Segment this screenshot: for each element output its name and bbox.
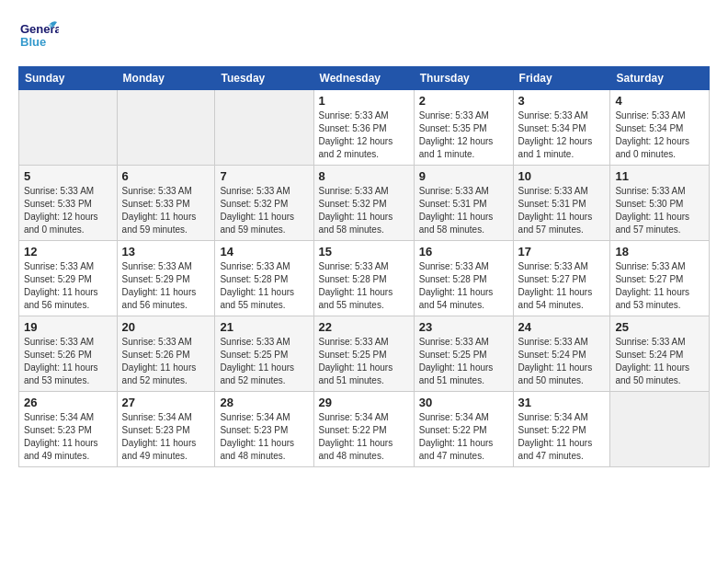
day-number: 14: [220, 245, 308, 259]
day-number: 7: [220, 169, 308, 183]
day-number: 24: [518, 320, 606, 334]
day-number: 3: [518, 94, 606, 108]
weekday-header-friday: Friday: [513, 67, 610, 90]
weekday-header-tuesday: Tuesday: [215, 67, 313, 90]
day-info: Sunrise: 5:33 AM Sunset: 5:34 PM Dayligh…: [615, 109, 704, 161]
day-number: 30: [419, 396, 508, 409]
day-number: 31: [518, 396, 606, 409]
day-cell: 3Sunrise: 5:33 AM Sunset: 5:34 PM Daylig…: [513, 90, 610, 166]
day-number: 5: [24, 169, 112, 183]
weekday-header-thursday: Thursday: [414, 67, 513, 90]
day-info: Sunrise: 5:34 AM Sunset: 5:22 PM Dayligh…: [518, 411, 606, 463]
day-info: Sunrise: 5:33 AM Sunset: 5:25 PM Dayligh…: [220, 336, 308, 387]
weekday-header-saturday: Saturday: [610, 67, 710, 90]
day-cell: 17Sunrise: 5:33 AM Sunset: 5:27 PM Dayli…: [513, 241, 610, 316]
day-info: Sunrise: 5:33 AM Sunset: 5:33 PM Dayligh…: [24, 185, 112, 236]
day-info: Sunrise: 5:34 AM Sunset: 5:23 PM Dayligh…: [220, 411, 308, 463]
day-number: 9: [419, 169, 508, 183]
day-cell: 2Sunrise: 5:33 AM Sunset: 5:35 PM Daylig…: [414, 90, 513, 166]
day-cell: 18Sunrise: 5:33 AM Sunset: 5:27 PM Dayli…: [610, 241, 710, 316]
header: General Blue: [18, 15, 710, 59]
day-info: Sunrise: 5:33 AM Sunset: 5:28 PM Dayligh…: [220, 260, 308, 312]
logo-icon: General Blue: [18, 15, 59, 55]
day-number: 20: [122, 320, 210, 334]
day-cell: 27Sunrise: 5:34 AM Sunset: 5:23 PM Dayli…: [117, 392, 215, 467]
day-cell: 16Sunrise: 5:33 AM Sunset: 5:28 PM Dayli…: [414, 241, 513, 316]
day-cell: 24Sunrise: 5:33 AM Sunset: 5:24 PM Dayli…: [513, 316, 610, 392]
day-info: Sunrise: 5:33 AM Sunset: 5:35 PM Dayligh…: [419, 109, 508, 161]
day-info: Sunrise: 5:33 AM Sunset: 5:29 PM Dayligh…: [122, 260, 210, 312]
day-cell: 29Sunrise: 5:34 AM Sunset: 5:22 PM Dayli…: [313, 392, 414, 467]
weekday-header-sunday: Sunday: [19, 67, 118, 90]
day-info: Sunrise: 5:33 AM Sunset: 5:25 PM Dayligh…: [319, 336, 409, 387]
weekday-header-wednesday: Wednesday: [313, 67, 414, 90]
day-info: Sunrise: 5:33 AM Sunset: 5:25 PM Dayligh…: [419, 336, 508, 387]
day-cell: 26Sunrise: 5:34 AM Sunset: 5:23 PM Dayli…: [19, 392, 118, 467]
day-info: Sunrise: 5:33 AM Sunset: 5:30 PM Dayligh…: [615, 185, 704, 236]
day-number: 29: [319, 396, 409, 409]
day-info: Sunrise: 5:33 AM Sunset: 5:29 PM Dayligh…: [24, 260, 112, 312]
day-info: Sunrise: 5:34 AM Sunset: 5:22 PM Dayligh…: [419, 411, 508, 463]
day-number: 8: [319, 169, 409, 183]
day-info: Sunrise: 5:33 AM Sunset: 5:27 PM Dayligh…: [518, 260, 606, 312]
weekday-header-monday: Monday: [117, 67, 215, 90]
day-number: 16: [419, 245, 508, 259]
day-cell: 23Sunrise: 5:33 AM Sunset: 5:25 PM Dayli…: [414, 316, 513, 392]
day-number: 13: [122, 245, 210, 259]
day-number: 21: [220, 320, 308, 334]
day-cell: [215, 90, 313, 166]
day-cell: 12Sunrise: 5:33 AM Sunset: 5:29 PM Dayli…: [19, 241, 118, 316]
day-info: Sunrise: 5:33 AM Sunset: 5:26 PM Dayligh…: [122, 336, 210, 387]
day-cell: 5Sunrise: 5:33 AM Sunset: 5:33 PM Daylig…: [19, 166, 118, 241]
day-info: Sunrise: 5:33 AM Sunset: 5:31 PM Dayligh…: [419, 185, 508, 236]
week-row-3: 12Sunrise: 5:33 AM Sunset: 5:29 PM Dayli…: [19, 241, 710, 316]
day-info: Sunrise: 5:33 AM Sunset: 5:28 PM Dayligh…: [319, 260, 409, 312]
day-cell: [19, 90, 118, 166]
day-cell: 28Sunrise: 5:34 AM Sunset: 5:23 PM Dayli…: [215, 392, 313, 467]
day-cell: 10Sunrise: 5:33 AM Sunset: 5:31 PM Dayli…: [513, 166, 610, 241]
logo: General Blue: [18, 15, 59, 59]
day-cell: 15Sunrise: 5:33 AM Sunset: 5:28 PM Dayli…: [313, 241, 414, 316]
day-info: Sunrise: 5:33 AM Sunset: 5:26 PM Dayligh…: [24, 336, 112, 387]
week-row-1: 1Sunrise: 5:33 AM Sunset: 5:36 PM Daylig…: [19, 90, 710, 166]
day-number: 2: [419, 94, 508, 108]
day-info: Sunrise: 5:34 AM Sunset: 5:22 PM Dayligh…: [319, 411, 409, 463]
day-info: Sunrise: 5:33 AM Sunset: 5:33 PM Dayligh…: [122, 185, 210, 236]
day-cell: 7Sunrise: 5:33 AM Sunset: 5:32 PM Daylig…: [215, 166, 313, 241]
day-number: 25: [615, 320, 704, 334]
day-info: Sunrise: 5:33 AM Sunset: 5:34 PM Dayligh…: [518, 109, 606, 161]
day-number: 12: [24, 245, 112, 259]
calendar-table: SundayMondayTuesdayWednesdayThursdayFrid…: [18, 66, 710, 467]
day-info: Sunrise: 5:33 AM Sunset: 5:24 PM Dayligh…: [615, 336, 704, 387]
day-cell: [117, 90, 215, 166]
day-cell: 13Sunrise: 5:33 AM Sunset: 5:29 PM Dayli…: [117, 241, 215, 316]
day-info: Sunrise: 5:33 AM Sunset: 5:28 PM Dayligh…: [419, 260, 508, 312]
day-info: Sunrise: 5:33 AM Sunset: 5:24 PM Dayligh…: [518, 336, 606, 387]
main-container: General Blue SundayMondayTuesdayWednesda…: [0, 0, 728, 482]
day-number: 22: [319, 320, 409, 334]
day-info: Sunrise: 5:33 AM Sunset: 5:32 PM Dayligh…: [319, 185, 409, 236]
week-row-2: 5Sunrise: 5:33 AM Sunset: 5:33 PM Daylig…: [19, 166, 710, 241]
week-row-5: 26Sunrise: 5:34 AM Sunset: 5:23 PM Dayli…: [19, 392, 710, 467]
day-cell: 31Sunrise: 5:34 AM Sunset: 5:22 PM Dayli…: [513, 392, 610, 467]
day-number: 17: [518, 245, 606, 259]
day-cell: 22Sunrise: 5:33 AM Sunset: 5:25 PM Dayli…: [313, 316, 414, 392]
day-cell: 4Sunrise: 5:33 AM Sunset: 5:34 PM Daylig…: [610, 90, 710, 166]
day-number: 23: [419, 320, 508, 334]
day-info: Sunrise: 5:34 AM Sunset: 5:23 PM Dayligh…: [122, 411, 210, 463]
day-number: 19: [24, 320, 112, 334]
day-cell: 8Sunrise: 5:33 AM Sunset: 5:32 PM Daylig…: [313, 166, 414, 241]
day-number: 4: [615, 94, 704, 108]
day-cell: 9Sunrise: 5:33 AM Sunset: 5:31 PM Daylig…: [414, 166, 513, 241]
day-cell: 30Sunrise: 5:34 AM Sunset: 5:22 PM Dayli…: [414, 392, 513, 467]
day-cell: 25Sunrise: 5:33 AM Sunset: 5:24 PM Dayli…: [610, 316, 710, 392]
day-cell: 19Sunrise: 5:33 AM Sunset: 5:26 PM Dayli…: [19, 316, 118, 392]
day-cell: 14Sunrise: 5:33 AM Sunset: 5:28 PM Dayli…: [215, 241, 313, 316]
day-cell: [610, 392, 710, 467]
svg-text:Blue: Blue: [20, 35, 46, 49]
day-cell: 1Sunrise: 5:33 AM Sunset: 5:36 PM Daylig…: [313, 90, 414, 166]
day-cell: 21Sunrise: 5:33 AM Sunset: 5:25 PM Dayli…: [215, 316, 313, 392]
day-info: Sunrise: 5:33 AM Sunset: 5:36 PM Dayligh…: [319, 109, 409, 161]
day-cell: 11Sunrise: 5:33 AM Sunset: 5:30 PM Dayli…: [610, 166, 710, 241]
week-row-4: 19Sunrise: 5:33 AM Sunset: 5:26 PM Dayli…: [19, 316, 710, 392]
